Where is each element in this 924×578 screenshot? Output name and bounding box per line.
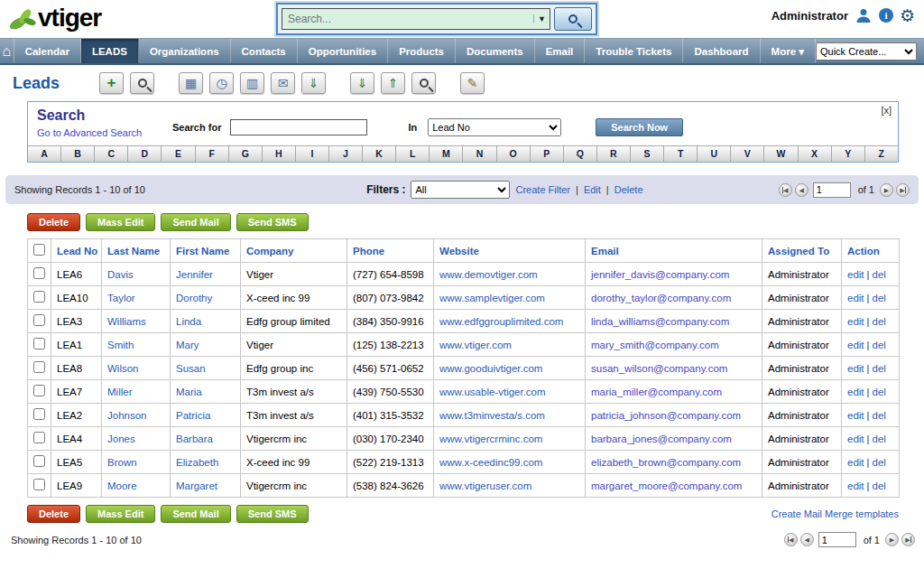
alpha-link-D[interactable]: D bbox=[128, 146, 162, 162]
search-now-button[interactable]: Search Now bbox=[596, 118, 683, 136]
column-header-lead-no[interactable]: Lead No bbox=[57, 246, 97, 256]
edit-link[interactable]: edit bbox=[847, 410, 864, 421]
chat-icon[interactable]: ✉ bbox=[271, 72, 295, 94]
calendar-icon[interactable]: ▦ bbox=[179, 72, 203, 94]
global-search-button[interactable] bbox=[554, 7, 592, 31]
search-dropdown-icon[interactable]: ▼ bbox=[533, 14, 550, 23]
search-for-input[interactable] bbox=[230, 119, 367, 135]
gear-icon[interactable]: ⚙ bbox=[900, 7, 915, 24]
website-link[interactable]: www.edfggrouplimited.com bbox=[439, 316, 563, 327]
column-header-phone[interactable]: Phone bbox=[353, 246, 384, 256]
row-checkbox[interactable] bbox=[33, 338, 45, 350]
global-search-input[interactable] bbox=[282, 13, 533, 25]
website-link[interactable]: www.samplevtiger.com bbox=[439, 293, 545, 303]
del-link[interactable]: del bbox=[873, 363, 886, 374]
last-name-link[interactable]: Moore bbox=[107, 480, 137, 491]
tab-calendar[interactable]: Calendar bbox=[14, 39, 81, 63]
edit-link[interactable]: edit bbox=[847, 480, 864, 491]
edit-filter-link[interactable]: Edit bbox=[584, 184, 601, 195]
tab-products[interactable]: Products bbox=[388, 39, 456, 63]
alpha-link-Y[interactable]: Y bbox=[832, 146, 865, 162]
email-link[interactable]: susan_wilson@company.com bbox=[591, 363, 727, 374]
row-checkbox[interactable] bbox=[33, 267, 45, 279]
last-page-button[interactable]: ▶ bbox=[901, 533, 915, 546]
email-link[interactable]: maria_miller@company.com bbox=[591, 387, 722, 397]
alpha-link-R[interactable]: R bbox=[597, 146, 631, 162]
next-page-button[interactable]: ▶ bbox=[885, 533, 899, 546]
first-name-link[interactable]: Elizabeth bbox=[176, 457, 218, 468]
alpha-link-V[interactable]: V bbox=[731, 146, 764, 162]
last-name-link[interactable]: Smith bbox=[107, 340, 134, 350]
filter-select[interactable]: All bbox=[411, 181, 510, 199]
tab-opportunities[interactable]: Opportunities bbox=[298, 39, 388, 63]
import-leads-icon[interactable]: ⇓ bbox=[350, 72, 374, 94]
del-link[interactable]: del bbox=[873, 480, 886, 491]
alpha-link-F[interactable]: F bbox=[196, 146, 229, 162]
page-number-input[interactable] bbox=[818, 532, 856, 547]
website-link[interactable]: www.gooduivtiger.com bbox=[439, 363, 542, 374]
alpha-link-T[interactable]: T bbox=[664, 146, 698, 162]
delete-filter-link[interactable]: Delete bbox=[614, 184, 643, 195]
reports-icon[interactable]: ▥ bbox=[240, 72, 264, 94]
find-duplicates-icon[interactable] bbox=[411, 72, 436, 94]
column-header-assigned-to[interactable]: Assigned To bbox=[768, 246, 829, 256]
last-name-link[interactable]: Miller bbox=[107, 387, 132, 397]
prev-page-button[interactable]: ◀ bbox=[800, 533, 814, 546]
row-checkbox[interactable] bbox=[33, 408, 45, 420]
last-name-link[interactable]: Jones bbox=[107, 434, 135, 444]
tab-home[interactable]: ⌂ bbox=[0, 39, 14, 63]
alpha-link-I[interactable]: I bbox=[296, 146, 329, 162]
website-link[interactable]: www.x-ceedinc99.com bbox=[439, 457, 542, 468]
row-checkbox[interactable] bbox=[33, 314, 45, 326]
email-link[interactable]: mary_smith@company.com bbox=[591, 340, 719, 350]
last-name-link[interactable]: Wilson bbox=[107, 363, 139, 374]
last-name-link[interactable]: Brown bbox=[107, 457, 137, 468]
alpha-link-W[interactable]: W bbox=[764, 146, 798, 162]
email-link[interactable]: dorothy_taylor@company.com bbox=[591, 293, 731, 303]
tab-organizations[interactable]: Organizations bbox=[139, 39, 231, 63]
info-icon[interactable]: i bbox=[879, 8, 893, 23]
edit-link[interactable]: edit bbox=[847, 340, 864, 350]
tab-email[interactable]: Email bbox=[535, 39, 586, 63]
del-link[interactable]: del bbox=[873, 457, 886, 468]
alpha-link-G[interactable]: G bbox=[229, 146, 263, 162]
row-checkbox[interactable] bbox=[33, 361, 45, 373]
first-page-button[interactable]: ◀ bbox=[784, 533, 798, 546]
advanced-search-link[interactable]: Go to Advanced Search bbox=[37, 127, 142, 138]
row-checkbox[interactable] bbox=[33, 291, 45, 303]
page-number-input[interactable] bbox=[813, 182, 851, 198]
last-name-link[interactable]: Davis bbox=[107, 269, 134, 280]
alpha-link-Q[interactable]: Q bbox=[564, 146, 597, 162]
send-sms-button[interactable]: Send SMS bbox=[236, 213, 309, 231]
last-page-button[interactable]: ▶ bbox=[896, 183, 910, 197]
column-header-action[interactable]: Action bbox=[847, 246, 880, 256]
delete-button[interactable]: Delete bbox=[27, 213, 80, 231]
del-link[interactable]: del bbox=[873, 269, 886, 280]
first-name-link[interactable]: Maria bbox=[176, 387, 202, 397]
column-header-email[interactable]: Email bbox=[591, 246, 619, 256]
alpha-link-M[interactable]: M bbox=[430, 146, 463, 162]
website-link[interactable]: www.t3minvesta/s.com bbox=[439, 410, 545, 421]
column-header-first-name[interactable]: First Name bbox=[176, 246, 229, 256]
alpha-link-O[interactable]: O bbox=[497, 146, 531, 162]
alpha-link-S[interactable]: S bbox=[631, 146, 664, 162]
close-search-link[interactable]: [x] bbox=[881, 105, 892, 116]
send-mail-button[interactable]: Send Mail bbox=[161, 213, 230, 231]
row-checkbox[interactable] bbox=[33, 432, 45, 443]
customize-icon[interactable]: ✎ bbox=[460, 72, 485, 94]
edit-link[interactable]: edit bbox=[847, 269, 864, 280]
email-link[interactable]: patricia_johnson@company.com bbox=[591, 410, 741, 421]
edit-link[interactable]: edit bbox=[847, 387, 864, 397]
first-name-link[interactable]: Patricia bbox=[176, 410, 210, 421]
email-link[interactable]: jennifer_davis@company.com bbox=[591, 269, 729, 280]
first-name-link[interactable]: Dorothy bbox=[176, 293, 212, 303]
del-link[interactable]: del bbox=[873, 340, 886, 350]
alpha-link-J[interactable]: J bbox=[329, 146, 363, 162]
website-link[interactable]: www.vtigercrminc.com bbox=[439, 434, 542, 444]
alpha-link-C[interactable]: C bbox=[95, 146, 128, 162]
alpha-link-Z[interactable]: Z bbox=[865, 146, 898, 162]
edit-link[interactable]: edit bbox=[847, 316, 864, 327]
email-link[interactable]: elizabeth_brown@company.com bbox=[591, 457, 741, 468]
website-link[interactable]: www.demovtiger.com bbox=[439, 269, 538, 280]
column-header-company[interactable]: Company bbox=[246, 246, 293, 256]
